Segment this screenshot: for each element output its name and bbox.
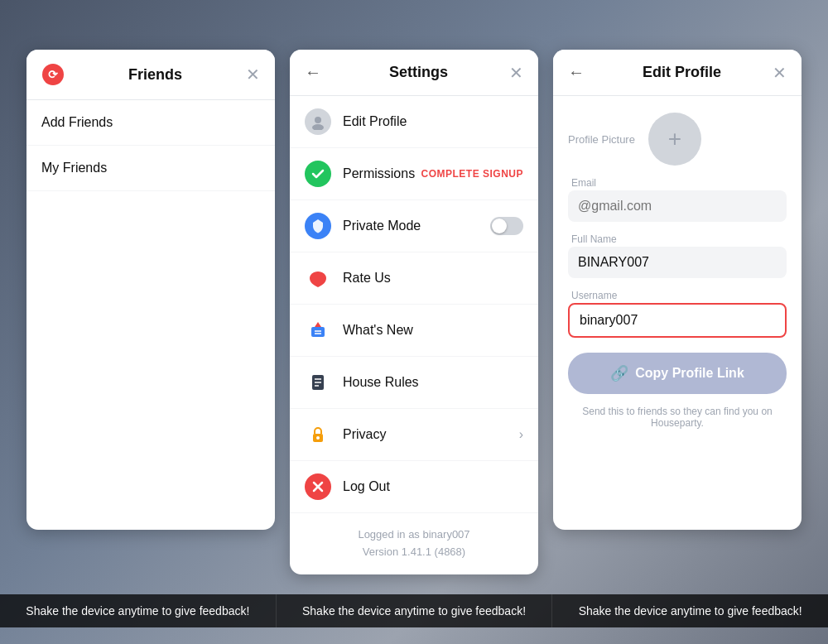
settings-edit-profile-label: Edit Profile xyxy=(343,114,523,129)
edit-profile-title: Edit Profile xyxy=(643,64,721,81)
bottom-bar-2: Shake the device anytime to give feedbac… xyxy=(276,594,552,627)
settings-logout-label: Log Out xyxy=(343,479,523,494)
settings-permissions-icon xyxy=(305,161,331,187)
settings-private-mode-toggle[interactable] xyxy=(490,217,523,235)
settings-whats-new-icon xyxy=(305,317,331,344)
houseparty-logo-icon: ⟳ xyxy=(41,63,65,86)
bottom-bar-3: Shake the device anytime to give feedbac… xyxy=(551,594,828,627)
copy-profile-link-button[interactable]: 🔗 Copy Profile Link xyxy=(568,353,787,394)
settings-footer-line1: Logged in as binary007 xyxy=(303,526,525,544)
edit-profile-body: Profile Picture + Email Full Name Userna… xyxy=(553,96,802,530)
edit-profile-close-button[interactable]: ✕ xyxy=(773,65,787,81)
username-group: Username xyxy=(568,290,787,338)
settings-permissions-item[interactable]: Permissions COMPLETE SIGNUP xyxy=(290,148,538,200)
edit-profile-back-button[interactable]: ← xyxy=(568,63,585,82)
settings-logout-icon xyxy=(305,473,331,500)
email-input[interactable] xyxy=(568,190,787,222)
full-name-input[interactable] xyxy=(568,247,787,278)
settings-house-rules-icon xyxy=(305,369,331,396)
settings-list: Edit Profile Permissions COMPLETE SIGNUP xyxy=(290,96,538,513)
settings-privacy-label: Privacy xyxy=(343,427,519,442)
my-friends-item[interactable]: My Friends xyxy=(26,146,275,191)
edit-profile-header: ← Edit Profile ✕ xyxy=(553,50,802,96)
svg-point-2 xyxy=(315,117,321,123)
settings-footer-line2: Version 1.41.1 (4868) xyxy=(303,544,525,561)
settings-edit-profile-icon xyxy=(305,108,331,135)
friends-panel: ⟳ Friends ✕ Add Friends My Friends xyxy=(26,50,275,530)
bottom-bars: Shake the device anytime to give feedbac… xyxy=(0,594,828,627)
settings-edit-profile-item[interactable]: Edit Profile xyxy=(290,96,538,148)
svg-point-3 xyxy=(312,124,324,130)
settings-panel: ← Settings ✕ Edit Profile xyxy=(290,50,538,574)
settings-footer: Logged in as binary007 Version 1.41.1 (4… xyxy=(290,513,538,574)
settings-privacy-arrow: › xyxy=(519,427,523,442)
bottom-bar-2-text: Shake the device anytime to give feedbac… xyxy=(302,604,526,618)
edit-profile-panel: ← Edit Profile ✕ Profile Picture + Email… xyxy=(553,50,802,530)
edit-profile-header-left: ← xyxy=(568,63,591,82)
bottom-bar-3-text: Shake the device anytime to give feedbac… xyxy=(579,604,802,618)
settings-header: ← Settings ✕ xyxy=(290,50,538,96)
username-label: Username xyxy=(568,290,787,301)
svg-point-13 xyxy=(316,436,320,440)
settings-whats-new-item[interactable]: What's New xyxy=(290,305,538,357)
full-name-label: Full Name xyxy=(568,233,787,245)
email-label: Email xyxy=(568,177,787,189)
settings-close-button[interactable]: ✕ xyxy=(509,65,523,81)
bottom-bar-1: Shake the device anytime to give feedbac… xyxy=(0,594,276,627)
profile-picture-row: Profile Picture + xyxy=(568,113,787,166)
settings-permissions-badge: COMPLETE SIGNUP xyxy=(421,168,523,180)
settings-privacy-item[interactable]: Privacy › xyxy=(290,409,538,461)
copy-icon: 🔗 xyxy=(610,364,628,382)
settings-house-rules-item[interactable]: House Rules xyxy=(290,357,538,409)
settings-whats-new-label: What's New xyxy=(343,323,523,338)
settings-rate-us-icon xyxy=(305,265,331,291)
settings-rate-us-label: Rate Us xyxy=(343,271,523,286)
svg-rect-4 xyxy=(311,327,325,337)
settings-privacy-icon xyxy=(305,421,331,448)
friends-header: ⟳ Friends ✕ xyxy=(26,50,275,100)
email-group: Email xyxy=(568,177,787,222)
friends-close-button[interactable]: ✕ xyxy=(246,66,260,83)
friends-title: Friends xyxy=(128,66,182,84)
panels-container: ⟳ Friends ✕ Add Friends My Friends ← Set… xyxy=(0,0,828,594)
settings-logout-item[interactable]: Log Out xyxy=(290,461,538,513)
username-input[interactable] xyxy=(568,303,787,338)
settings-private-mode-icon xyxy=(305,213,331,239)
profile-picture-button[interactable]: + xyxy=(648,113,701,166)
settings-house-rules-label: House Rules xyxy=(343,375,523,390)
settings-private-mode-label: Private Mode xyxy=(343,219,490,233)
settings-permissions-label: Permissions xyxy=(343,166,421,181)
copy-profile-link-label: Copy Profile Link xyxy=(635,366,744,381)
add-friends-item[interactable]: Add Friends xyxy=(26,100,275,146)
svg-marker-5 xyxy=(315,322,321,327)
svg-text:⟳: ⟳ xyxy=(48,68,59,81)
friends-list: Add Friends My Friends xyxy=(26,100,275,530)
copy-hint: Send this to friends so they can find yo… xyxy=(568,406,787,429)
friends-header-left: ⟳ xyxy=(41,63,65,86)
settings-title: Settings xyxy=(389,64,448,81)
settings-back-button[interactable]: ← xyxy=(305,63,321,82)
settings-private-mode-item[interactable]: Private Mode xyxy=(290,200,538,252)
settings-header-left: ← xyxy=(305,63,328,82)
profile-picture-label: Profile Picture xyxy=(568,133,635,146)
bottom-bar-1-text: Shake the device anytime to give feedbac… xyxy=(26,604,249,618)
full-name-group: Full Name xyxy=(568,233,787,278)
settings-rate-us-item[interactable]: Rate Us xyxy=(290,252,538,305)
profile-picture-plus-icon: + xyxy=(668,127,681,151)
